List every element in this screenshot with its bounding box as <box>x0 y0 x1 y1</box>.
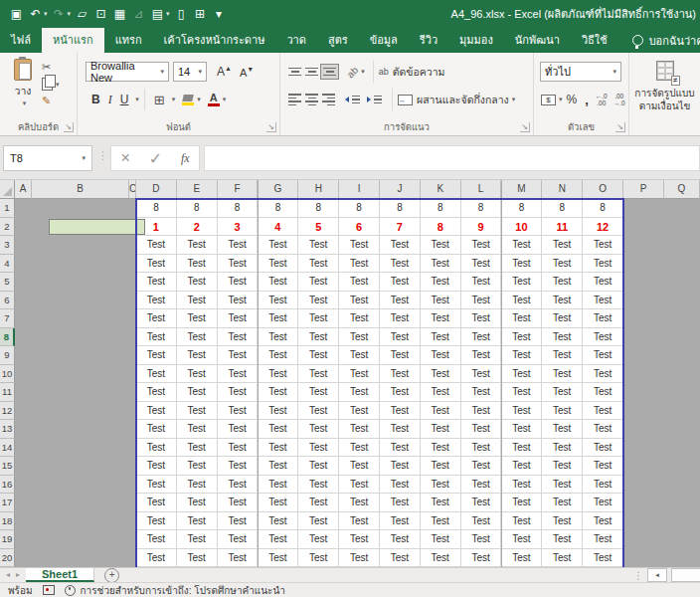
italic-button[interactable]: I <box>104 93 116 107</box>
toolbox-icon[interactable]: ▤ <box>149 0 166 28</box>
cell-M11[interactable]: Test <box>502 383 543 402</box>
cell-E19[interactable]: Test <box>177 530 218 549</box>
cell-G20[interactable]: Test <box>259 549 299 568</box>
cell-M5[interactable]: Test <box>502 273 543 292</box>
sheet-prev-icon[interactable]: ◂ <box>0 568 16 582</box>
cell-O13[interactable]: Test <box>583 420 623 439</box>
column-header-K[interactable]: K <box>421 180 461 199</box>
column-header-D[interactable]: D <box>136 180 177 199</box>
bold-button[interactable]: B <box>88 93 104 106</box>
cell-H20[interactable]: Test <box>298 549 339 568</box>
cell-D18[interactable]: Test <box>136 512 177 531</box>
cell-D8[interactable]: Test <box>136 328 177 347</box>
cell-N13[interactable]: Test <box>542 420 583 439</box>
cell-E3[interactable]: Test <box>177 236 218 255</box>
cell-O5[interactable]: Test <box>583 273 623 292</box>
cell-H5[interactable]: Test <box>298 273 339 292</box>
cell-O2[interactable]: 12 <box>583 218 623 237</box>
cell-L16[interactable]: Test <box>461 476 502 495</box>
cell-D9[interactable]: Test <box>136 346 177 365</box>
cell-O8[interactable]: Test <box>583 328 623 347</box>
row-header-3[interactable]: 3 <box>0 236 15 255</box>
cell-N12[interactable]: Test <box>542 402 583 421</box>
cell-L17[interactable]: Test <box>461 494 502 512</box>
cell-L1[interactable]: 8 <box>461 199 502 218</box>
cell-H18[interactable]: Test <box>298 512 339 531</box>
cell-N16[interactable]: Test <box>542 476 583 495</box>
column-header-C[interactable]: C <box>129 180 136 199</box>
cell-E4[interactable]: Test <box>177 255 218 274</box>
cell-J15[interactable]: Test <box>380 457 421 476</box>
cell-M9[interactable]: Test <box>502 346 543 365</box>
sheet-tab-sheet1[interactable]: Sheet1 <box>26 568 94 582</box>
cell-F11[interactable]: Test <box>218 383 259 402</box>
cell-F7[interactable]: Test <box>218 309 259 328</box>
cell-I13[interactable]: Test <box>339 420 380 439</box>
merge-caret-icon[interactable]: ▾ <box>512 96 516 103</box>
cell-K2[interactable]: 8 <box>421 218 461 237</box>
cell-I5[interactable]: Test <box>339 273 380 292</box>
cell-I8[interactable]: Test <box>339 328 380 347</box>
quick-print-icon[interactable]: ⊞ <box>192 0 209 28</box>
cell-D7[interactable]: Test <box>136 309 177 328</box>
cell-K10[interactable]: Test <box>421 365 461 384</box>
dialog-launcher-alignment[interactable]: ↘ <box>520 122 530 132</box>
cell-G18[interactable]: Test <box>259 512 299 531</box>
cell-E15[interactable]: Test <box>177 457 218 476</box>
row-header-18[interactable]: 18 <box>0 512 15 531</box>
cell-N3[interactable]: Test <box>542 236 583 255</box>
row-header-12[interactable]: 12 <box>0 402 15 421</box>
cell-M10[interactable]: Test <box>502 365 543 384</box>
cell-L7[interactable]: Test <box>461 309 502 328</box>
cell-E16[interactable]: Test <box>177 476 218 495</box>
sheet-next-icon[interactable]: ▸ <box>16 568 26 582</box>
row-header-11[interactable]: 11 <box>0 383 15 402</box>
comma-style-button[interactable]: , <box>581 93 593 107</box>
name-box[interactable]: T8 ▾ <box>3 145 92 171</box>
shrink-font-button[interactable]: A▼ <box>236 66 258 79</box>
cell-H16[interactable]: Test <box>298 476 339 495</box>
conditional-formatting-button[interactable]: ≠ การจัดรูปแบบ ตามเงื่อนไข <box>629 61 700 112</box>
cell-D17[interactable]: Test <box>136 494 177 512</box>
tab-scroll-handle[interactable]: ⋮ <box>633 570 643 581</box>
accessibility-status[interactable]: การช่วยสำหรับการเข้าถึง: โปรดศึกษาคำแนะน… <box>65 583 285 597</box>
percent-style-button[interactable]: % <box>563 93 582 106</box>
cell-K14[interactable]: Test <box>421 439 461 458</box>
cell-E10[interactable]: Test <box>177 365 218 384</box>
borders-button[interactable]: ⊞ <box>150 93 169 107</box>
cell-I18[interactable]: Test <box>339 512 380 531</box>
cancel-button[interactable]: × <box>120 149 129 167</box>
cell-M12[interactable]: Test <box>502 402 543 421</box>
cell-I4[interactable]: Test <box>339 255 380 274</box>
outside-print-area-left[interactable] <box>15 199 136 567</box>
cell-H6[interactable]: Test <box>298 292 339 310</box>
cell-O17[interactable]: Test <box>583 494 623 512</box>
cell-M14[interactable]: Test <box>502 439 543 458</box>
cell-D13[interactable]: Test <box>136 420 177 439</box>
cell-E5[interactable]: Test <box>177 273 218 292</box>
cell-K13[interactable]: Test <box>421 420 461 439</box>
cell-L18[interactable]: Test <box>461 512 502 531</box>
cell-N1[interactable]: 8 <box>542 199 583 218</box>
cell-H11[interactable]: Test <box>298 383 339 402</box>
cell-O7[interactable]: Test <box>583 309 623 328</box>
cell-D10[interactable]: Test <box>136 365 177 384</box>
cell-O19[interactable]: Test <box>583 530 623 549</box>
column-header-Q[interactable]: Q <box>664 180 700 199</box>
cell-H8[interactable]: Test <box>298 328 339 347</box>
redo-icon[interactable]: ↷ <box>51 0 68 28</box>
dialog-launcher-number[interactable]: ↘ <box>615 122 625 132</box>
cell-J18[interactable]: Test <box>380 512 421 531</box>
cell-N4[interactable]: Test <box>542 255 583 274</box>
cell-H19[interactable]: Test <box>298 530 339 549</box>
cell-D1[interactable]: 8 <box>136 199 177 218</box>
table-icon[interactable]: ▦ <box>111 0 128 28</box>
cell-H4[interactable]: Test <box>298 255 339 274</box>
row-header-19[interactable]: 19 <box>0 530 15 549</box>
cell-L8[interactable]: Test <box>461 328 502 347</box>
cell-G8[interactable]: Test <box>259 328 299 347</box>
row-header-14[interactable]: 14 <box>0 439 15 458</box>
cell-M15[interactable]: Test <box>502 457 543 476</box>
tab-formulas[interactable]: สูตร <box>317 28 359 53</box>
column-header-F[interactable]: F <box>218 180 259 199</box>
